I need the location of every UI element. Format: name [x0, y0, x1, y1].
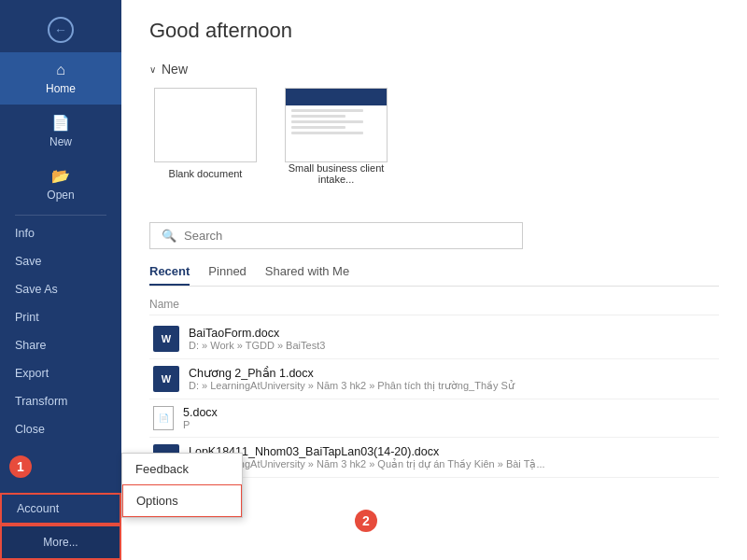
file-name: 5.docx [183, 406, 715, 419]
blank-doc-label: Blank document [169, 168, 243, 179]
open-icon: 📂 [51, 167, 70, 185]
tabs-row: Recent Pinned Shared with Me [149, 259, 719, 287]
sidebar-item-transform-label: Transform [15, 395, 68, 408]
tab-pinned-label: Pinned [208, 264, 246, 278]
back-icon: ← [48, 17, 74, 43]
search-icon: 🔍 [162, 229, 176, 243]
sidebar-item-close[interactable]: Close [0, 415, 121, 443]
file-item[interactable]: W Chương 2_Phần 1.docx D: » LearningAtUn… [149, 359, 719, 399]
template-blank[interactable]: Blank document [149, 88, 261, 185]
sidebar-item-home[interactable]: ⌂ Home [0, 52, 121, 105]
sidebar-item-new[interactable]: 📄 New [0, 105, 121, 158]
sidebar-item-save-label: Save [15, 255, 42, 268]
new-doc-icon: 📄 [51, 114, 70, 132]
popup-feedback-label: Feedback [135, 462, 189, 476]
new-section: ∨ New Blank document [149, 52, 719, 213]
back-button[interactable]: ← [0, 7, 121, 52]
popup-options[interactable]: Options [122, 484, 242, 517]
sb-line [291, 109, 363, 112]
sidebar-item-saveas-label: Save As [15, 283, 58, 296]
sb-content-lines [286, 105, 387, 141]
file-name: Chương 2_Phần 1.docx [189, 366, 715, 380]
sidebar-item-account-label: Account [17, 502, 59, 515]
file-info: BaiTaoForm.docx D: » Work » TGDD » BaiTe… [189, 327, 715, 351]
sidebar-item-open-label: Open [47, 189, 74, 202]
new-section-header[interactable]: ∨ New [149, 62, 719, 77]
sidebar: ← ⌂ Home 📄 New 📂 Open Info Save [0, 0, 121, 560]
tab-recent[interactable]: Recent [149, 259, 190, 286]
tab-shared-label: Shared with Me [265, 264, 349, 278]
sidebar-item-home-label: Home [46, 82, 76, 95]
popup-feedback[interactable]: Feedback [122, 454, 242, 484]
sidebar-item-export[interactable]: Export [0, 359, 121, 387]
tab-pinned[interactable]: Pinned [208, 259, 246, 286]
sb-line [291, 115, 345, 118]
sidebar-item-info[interactable]: Info [0, 219, 121, 247]
file-path: D: » LearningAtUniversity » Năm 3 hk2 » … [189, 380, 715, 392]
file-path: P [183, 419, 715, 430]
sidebar-bottom: Account More... [0, 493, 121, 560]
sidebar-item-share-label: Share [15, 339, 46, 352]
sidebar-item-account[interactable]: Account [0, 493, 121, 525]
word-icon: W [153, 366, 179, 392]
home-icon: ⌂ [56, 62, 65, 78]
template-small-business[interactable]: Small business client intake... [280, 88, 392, 185]
file-info: Chương 2_Phần 1.docx D: » LearningAtUniv… [189, 366, 715, 392]
doc-icon: 📄 [153, 406, 174, 430]
file-path: D: » Work » TGDD » BaiTest3 [189, 340, 715, 351]
sidebar-item-new-label: New [49, 135, 72, 148]
file-info: LopK18411_Nhom03_BaiTapLan03(14-20).docx… [189, 445, 715, 470]
file-name: LopK18411_Nhom03_BaiTapLan03(14-20).docx [189, 445, 715, 458]
sidebar-item-save[interactable]: Save [0, 247, 121, 275]
blank-doc-thumbnail [154, 88, 257, 162]
sidebar-divider-1 [15, 215, 106, 216]
popup-menu: Feedback Options [121, 453, 243, 518]
sidebar-item-saveas[interactable]: Save As [0, 275, 121, 303]
sidebar-item-more[interactable]: More... [0, 525, 121, 560]
main-header: Good afternoon [121, 0, 747, 52]
popup-options-label: Options [136, 494, 178, 508]
file-path: D: » LearningAtUniversity » Năm 3 hk2 » … [189, 458, 715, 470]
file-name: BaiTaoForm.docx [189, 327, 715, 340]
search-input[interactable] [184, 229, 511, 243]
sidebar-item-close-label: Close [15, 423, 45, 436]
file-item[interactable]: 📄 5.docx P [149, 399, 719, 438]
sb-line [291, 132, 363, 134]
sb-template-thumbnail [285, 88, 388, 162]
sb-line [291, 120, 363, 123]
files-section: Name W BaiTaoForm.docx D: » Work » TGDD … [149, 294, 719, 478]
file-item[interactable]: W BaiTaoForm.docx D: » Work » TGDD » Bai… [149, 319, 719, 359]
sidebar-item-export-label: Export [15, 367, 49, 380]
chevron-down-icon: ∨ [149, 64, 156, 75]
sidebar-item-open[interactable]: 📂 Open [0, 158, 121, 211]
sb-template-label: Small business client intake... [280, 162, 392, 185]
new-section-label: New [162, 62, 188, 77]
sidebar-item-share[interactable]: Share [0, 331, 121, 359]
tab-shared[interactable]: Shared with Me [265, 259, 349, 286]
word-icon: W [153, 326, 179, 352]
sidebar-item-print[interactable]: Print [0, 303, 121, 331]
search-bar: 🔍 [149, 222, 523, 249]
tab-recent-label: Recent [149, 264, 190, 278]
sb-line [291, 126, 345, 129]
sb-header-bar [286, 89, 387, 105]
sidebar-item-info-label: Info [15, 227, 35, 240]
files-header: Name [149, 294, 719, 315]
sidebar-item-print-label: Print [15, 311, 39, 324]
greeting-text: Good afternoon [149, 19, 719, 43]
sidebar-item-more-label: More... [43, 536, 78, 549]
sidebar-item-transform[interactable]: Transform [0, 387, 121, 415]
file-info: 5.docx P [183, 406, 715, 430]
templates-row: Blank document Small busin [149, 88, 719, 185]
